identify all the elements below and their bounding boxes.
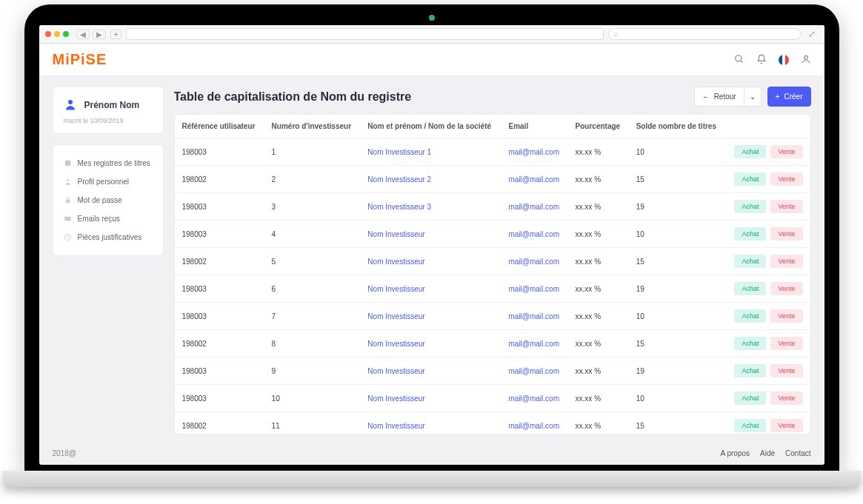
- investor-link[interactable]: Nom Investisseur: [367, 340, 424, 348]
- email-link[interactable]: mail@mail.com: [508, 230, 559, 238]
- investor-link[interactable]: Nom Investisseur: [367, 312, 424, 320]
- vente-button[interactable]: Vente: [770, 200, 802, 213]
- close-window[interactable]: [45, 31, 51, 37]
- maximize-window[interactable]: [63, 31, 69, 37]
- nav-arrows: ◀ ▶: [76, 30, 106, 39]
- sidebar-item-profil[interactable]: Profil personnel: [53, 172, 163, 191]
- investor-link[interactable]: Nom Investisseur: [367, 422, 424, 430]
- investor-link[interactable]: Nom Investisseur 3: [367, 203, 431, 211]
- back-button[interactable]: ◀: [76, 30, 90, 39]
- table-row: 19800310Nom Investisseurmail@mail.comxx.…: [175, 385, 810, 412]
- user-icon[interactable]: [801, 54, 811, 66]
- cell-name: Nom Investisseur 3: [360, 193, 501, 221]
- sidebar-item-label: Emails reçus: [78, 215, 120, 223]
- cell-name: Nom Investisseur: [360, 385, 501, 412]
- vente-button[interactable]: Vente: [770, 172, 802, 186]
- svg-point-2: [804, 56, 807, 59]
- search-icon[interactable]: [734, 54, 744, 66]
- th-num: Numéro d'investisseur: [264, 115, 361, 138]
- cell-ref: 198003: [175, 275, 264, 303]
- sidebar-item-emails[interactable]: Emails reçus: [53, 209, 163, 228]
- cell-pct: xx.xx %: [568, 412, 629, 435]
- email-link[interactable]: mail@mail.com: [508, 258, 559, 266]
- bell-icon[interactable]: [756, 54, 767, 66]
- cell-actions: AchatVente: [725, 303, 810, 330]
- cell-num: 5: [264, 248, 361, 275]
- achat-button[interactable]: Achat: [734, 172, 766, 186]
- email-link[interactable]: mail@mail.com: [508, 312, 559, 320]
- vente-button[interactable]: Vente: [770, 227, 802, 241]
- cell-email: mail@mail.com: [501, 330, 567, 357]
- email-link[interactable]: mail@mail.com: [508, 148, 559, 156]
- email-link[interactable]: mail@mail.com: [508, 285, 559, 293]
- cell-name: Nom Investisseur 1: [360, 138, 501, 166]
- vente-button[interactable]: Vente: [770, 309, 802, 323]
- investor-link[interactable]: Nom Investisseur 2: [367, 175, 431, 184]
- email-link[interactable]: mail@mail.com: [508, 422, 559, 430]
- url-bar[interactable]: [126, 28, 603, 40]
- achat-button[interactable]: Achat: [734, 392, 766, 405]
- retour-button[interactable]: ← Retour: [694, 87, 744, 107]
- cell-name: Nom Investisseur: [360, 330, 501, 357]
- sidebar-item-registres[interactable]: Mes registres de titres: [53, 154, 163, 172]
- table-card: Référence utilisateur Numéro d'investiss…: [174, 114, 811, 434]
- forward-button[interactable]: ▶: [93, 30, 106, 39]
- sidebar-item-pieces[interactable]: Pièces justificatives: [53, 228, 163, 246]
- flag-fr-icon[interactable]: [779, 55, 789, 65]
- cell-num: 7: [264, 303, 361, 330]
- cell-actions: AchatVente: [725, 248, 810, 275]
- logo[interactable]: MiPiSE: [53, 51, 107, 68]
- achat-button[interactable]: Achat: [734, 337, 766, 350]
- creer-button[interactable]: + Créer: [767, 87, 811, 107]
- investor-link[interactable]: Nom Investisseur 1: [367, 148, 431, 156]
- cell-actions: AchatVente: [725, 330, 810, 357]
- vente-button[interactable]: Vente: [770, 282, 802, 295]
- investor-link[interactable]: Nom Investisseur: [367, 258, 424, 266]
- svg-point-3: [68, 100, 73, 104]
- achat-button[interactable]: Achat: [734, 227, 766, 241]
- sidebar-item-label: Profil personnel: [78, 178, 129, 186]
- vente-button[interactable]: Vente: [770, 255, 802, 268]
- email-link[interactable]: mail@mail.com: [508, 394, 559, 403]
- achat-button[interactable]: Achat: [734, 364, 766, 377]
- cell-email: mail@mail.com: [501, 357, 567, 385]
- vente-button[interactable]: Vente: [770, 392, 802, 405]
- achat-button[interactable]: Achat: [734, 309, 766, 323]
- achat-button[interactable]: Achat: [734, 255, 766, 268]
- cell-email: mail@mail.com: [501, 221, 567, 248]
- cell-name: Nom Investisseur 2: [360, 166, 501, 193]
- sidebar-item-mdp[interactable]: Mot de passe: [53, 191, 163, 209]
- profile-name: Prénom Nom: [84, 100, 140, 110]
- retour-dropdown[interactable]: ⌄: [744, 87, 762, 107]
- investor-link[interactable]: Nom Investisseur: [367, 285, 424, 293]
- vente-button[interactable]: Vente: [770, 419, 802, 432]
- email-link[interactable]: mail@mail.com: [508, 175, 559, 184]
- footer-contact[interactable]: Contact: [785, 449, 810, 457]
- vente-button[interactable]: Vente: [770, 364, 802, 377]
- mail-icon: [64, 215, 72, 223]
- fullscreen-button[interactable]: ⤢: [805, 29, 819, 39]
- chevron-down-icon: ⌄: [750, 93, 756, 101]
- email-link[interactable]: mail@mail.com: [508, 367, 559, 375]
- minimize-window[interactable]: [54, 31, 60, 37]
- cell-solde: 15: [629, 166, 726, 193]
- cell-email: mail@mail.com: [501, 412, 567, 435]
- achat-button[interactable]: Achat: [734, 200, 766, 213]
- investor-link[interactable]: Nom Investisseur: [367, 230, 424, 238]
- browser-search[interactable]: [608, 28, 801, 40]
- footer-about[interactable]: A propos: [721, 449, 750, 457]
- vente-button[interactable]: Vente: [770, 145, 802, 158]
- table-row: 1980033Nom Investisseur 3mail@mail.comxx…: [175, 193, 810, 221]
- footer-help[interactable]: Aide: [760, 449, 775, 457]
- investor-link[interactable]: Nom Investisseur: [367, 367, 424, 375]
- email-link[interactable]: mail@mail.com: [508, 340, 559, 348]
- new-tab-button[interactable]: +: [110, 30, 122, 39]
- email-link[interactable]: mail@mail.com: [508, 203, 559, 211]
- achat-button[interactable]: Achat: [734, 145, 766, 158]
- investor-link[interactable]: Nom Investisseur: [367, 394, 424, 403]
- achat-button[interactable]: Achat: [734, 419, 766, 432]
- svg-point-0: [735, 55, 741, 61]
- cell-actions: AchatVente: [725, 412, 810, 435]
- vente-button[interactable]: Vente: [770, 337, 802, 350]
- achat-button[interactable]: Achat: [734, 282, 766, 295]
